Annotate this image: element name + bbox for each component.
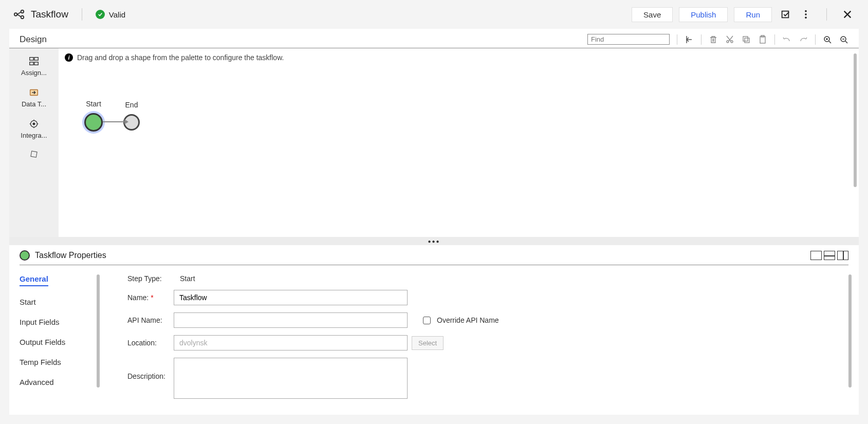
validate-icon[interactable] [778, 7, 792, 22]
location-label: Location: [127, 339, 174, 347]
canvas-scrollbar[interactable] [854, 53, 857, 187]
align-start-icon[interactable] [685, 35, 694, 44]
close-icon[interactable] [840, 7, 855, 22]
trash-icon[interactable] [709, 35, 718, 44]
svg-point-6 [727, 41, 729, 43]
select-button[interactable]: Select [412, 336, 444, 350]
properties-nav: General Start Input Fields Output Fields… [20, 274, 97, 409]
nav-item-general[interactable]: General [20, 274, 48, 286]
nav-item-advanced[interactable]: Advanced [20, 378, 97, 386]
svg-point-1 [21, 10, 24, 13]
properties-title: Taskflow Properties [35, 251, 106, 260]
properties-header: Taskflow Properties [20, 245, 848, 265]
copy-icon[interactable] [742, 35, 751, 44]
row-location: Location: Select [127, 335, 499, 351]
step-type-label: Step Type: [127, 274, 174, 283]
svg-rect-16 [30, 62, 33, 65]
svg-rect-17 [34, 62, 38, 65]
separator [826, 8, 827, 21]
canvas[interactable]: i Drag and drop a shape from the palette… [59, 48, 859, 237]
header-left: Taskflow Valid [13, 8, 125, 21]
properties-panel: Taskflow Properties General Start Input … [9, 245, 859, 415]
header: Taskflow Valid Save Publish Run [9, 0, 859, 29]
panel-splitter[interactable]: ●●● [9, 237, 859, 245]
canvas-area: Assign... Data T... Integra... i [9, 48, 859, 237]
start-label: Start [86, 100, 101, 108]
undo-icon[interactable] [782, 35, 791, 44]
palette-item-label: Data T... [22, 100, 46, 108]
zoom-out-icon[interactable] [839, 35, 848, 44]
svg-point-2 [21, 16, 24, 19]
publish-button[interactable]: Publish [679, 7, 728, 22]
canvas-hint: i Drag and drop a shape from the palette… [59, 48, 859, 67]
layout-horizontal-icon[interactable] [824, 251, 835, 260]
header-right: Save Publish Run [632, 7, 855, 22]
menu-icon[interactable] [799, 7, 813, 22]
row-description: Description: [127, 358, 499, 399]
layout-vertical-icon[interactable] [837, 251, 848, 260]
separator [82, 8, 82, 21]
design-title: Design [20, 34, 47, 45]
nav-item-temp-fields[interactable]: Temp Fields [20, 358, 97, 366]
override-label: Override API Name [437, 316, 499, 324]
api-name-input[interactable] [174, 312, 408, 328]
nav-item-input-fields[interactable]: Input Fields [20, 318, 97, 326]
cut-icon[interactable] [725, 35, 734, 44]
hint-text: Drag and drop a shape from the palette t… [77, 53, 284, 62]
properties-body: General Start Input Fields Output Fields… [20, 265, 848, 409]
palette-item-label: Assign... [21, 69, 47, 77]
palette-item-data-task[interactable]: Data T... [9, 87, 59, 108]
description-input[interactable] [174, 358, 408, 399]
status-text: Valid [109, 10, 125, 19]
location-input[interactable] [174, 335, 408, 351]
properties-form: Step Type: Start Name:* API Name: Overri… [127, 274, 499, 409]
info-icon: i [65, 53, 73, 62]
zoom-in-icon[interactable] [823, 35, 832, 44]
palette: Assign... Data T... Integra... [9, 48, 59, 237]
design-bar: Design [9, 29, 859, 48]
palette-item-label: Integra... [21, 132, 47, 139]
description-label: Description: [127, 358, 174, 380]
svg-rect-8 [743, 36, 748, 41]
palette-item-more[interactable] [9, 150, 59, 159]
svg-point-3 [805, 10, 807, 12]
row-api-name: API Name: Override API Name [127, 312, 499, 328]
app-root: Taskflow Valid Save Publish Run [0, 0, 868, 424]
start-circle-icon[interactable] [84, 113, 103, 132]
layout-icons [810, 251, 848, 260]
svg-rect-14 [30, 58, 33, 61]
properties-nav-scrollbar[interactable] [97, 274, 100, 388]
row-name: Name:* [127, 290, 499, 305]
nav-item-start[interactable]: Start [20, 298, 97, 306]
nav-item-output-fields[interactable]: Output Fields [20, 338, 97, 346]
content: Design [9, 29, 859, 415]
valid-icon [96, 10, 105, 19]
properties-form-scrollbar[interactable] [848, 274, 852, 388]
step-type-value: Start [180, 274, 195, 283]
find-input[interactable] [587, 34, 670, 45]
design-tools [587, 34, 848, 45]
row-step-type: Step Type: Start [127, 274, 499, 283]
save-button[interactable]: Save [632, 7, 673, 22]
override-checkbox[interactable] [423, 317, 431, 324]
connector-arrow[interactable] [103, 121, 127, 122]
svg-point-4 [805, 13, 807, 15]
page-title: Taskflow [31, 9, 68, 20]
api-name-label: API Name: [127, 316, 174, 324]
redo-icon[interactable] [799, 35, 808, 44]
palette-item-integration[interactable]: Integra... [9, 118, 59, 139]
svg-point-20 [33, 123, 35, 125]
end-node[interactable]: End [123, 101, 140, 131]
svg-point-5 [805, 17, 807, 19]
layout-single-icon[interactable] [810, 251, 822, 260]
palette-item-assignment[interactable]: Assign... [9, 56, 59, 77]
name-label: Name:* [127, 293, 174, 302]
taskflow-icon [13, 9, 25, 20]
paste-icon[interactable] [758, 35, 767, 44]
svg-rect-10 [760, 36, 765, 43]
name-input[interactable] [174, 290, 408, 305]
svg-point-0 [14, 13, 17, 16]
run-button[interactable]: Run [734, 7, 772, 22]
start-node[interactable]: Start [84, 100, 103, 132]
start-indicator-icon [20, 250, 30, 261]
